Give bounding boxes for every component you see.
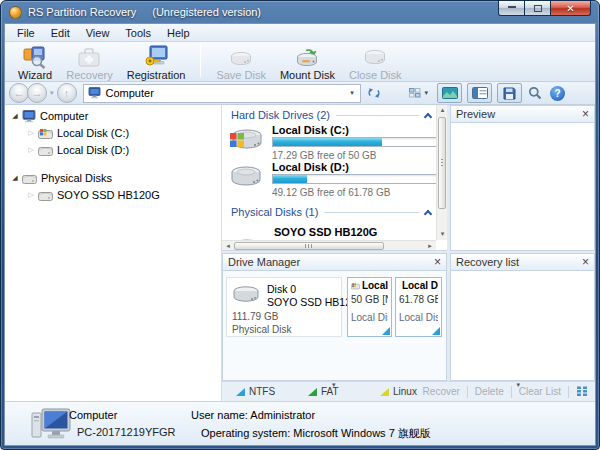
scroll-right-arrow[interactable]: ▸ [424, 241, 436, 251]
legend-fat: FAT [308, 386, 339, 397]
partition-d-card[interactable]: Local D 61.78 GB [ Local Disk [395, 277, 442, 337]
section-divider [336, 115, 419, 116]
tree-item-physical-disks[interactable]: ◢ Physical Disks [9, 170, 112, 186]
physical-section-header: Physical Disks (1) [231, 206, 431, 218]
disk-c-icon [38, 128, 53, 139]
maximize-icon [534, 5, 542, 12]
close-window-button[interactable]: ✕ [551, 1, 591, 16]
fat-triangle-icon [308, 388, 317, 396]
help-button[interactable]: ? [550, 86, 565, 101]
recovery-button[interactable]: Recovery [59, 43, 119, 82]
scroll-up-arrow[interactable]: ▴ [437, 105, 447, 116]
preview-title: Preview [456, 108, 495, 120]
minimize-icon [508, 5, 516, 8]
physical-section-title: Physical Disks (1) [231, 206, 318, 218]
tree-label-physical-disks[interactable]: Physical Disks [41, 172, 112, 184]
app-icon [9, 6, 22, 19]
close-panel-icon[interactable]: × [582, 109, 589, 119]
clear-list-button[interactable]: Clear List [519, 386, 561, 397]
tree-label-soyo-ssd[interactable]: SOYO SSD HB120G [57, 189, 160, 201]
registration-label: Registration [127, 69, 186, 81]
delete-button[interactable]: Delete [475, 386, 504, 397]
drive-d-capacity-bar [272, 174, 442, 184]
collapse-chevron-icon[interactable] [424, 112, 432, 120]
title-bar[interactable]: RS Partition Recovery (Unregistered vers… [1, 1, 599, 23]
tree-label-disk-d[interactable]: Local Disk (D:) [57, 144, 129, 156]
history-dropdown-icon[interactable]: ▾ [50, 89, 54, 97]
back-button[interactable]: ← [9, 83, 29, 103]
registration-button[interactable]: Registration [120, 43, 193, 82]
drive-manager-title: Drive Manager [228, 256, 300, 268]
collapse-chevron-icon[interactable] [424, 209, 432, 217]
window-title-unregistered: (Unregistered version) [152, 6, 261, 18]
physical-drive-name[interactable]: SOYO SSD HB120G [274, 226, 377, 238]
close-disk-button[interactable]: Close Disk [342, 43, 409, 82]
linux-triangle-icon [380, 388, 389, 396]
tree-label-computer[interactable]: Computer [40, 110, 88, 122]
save-disk-button[interactable]: Save Disk [209, 43, 273, 82]
wizard-button[interactable]: Wizard [11, 43, 59, 82]
status-bar: Computer PC-20171219YFGR User name: Admi… [5, 401, 595, 445]
search-button[interactable] [528, 86, 542, 100]
computer-icon [88, 87, 101, 99]
expanded-arrow-icon[interactable]: ◢ [9, 174, 21, 182]
refresh-icon [367, 86, 381, 100]
menu-view[interactable]: View [78, 26, 118, 40]
partition-c-card[interactable]: Local 50 GB [N Local Disk [347, 277, 392, 337]
menu-edit[interactable]: Edit [43, 26, 78, 40]
ntfs-triangle-icon [236, 388, 245, 396]
panels-icon [472, 87, 488, 99]
legend-linux-label: Linux [393, 386, 417, 397]
tree-item-soyo-ssd[interactable]: ▷ SOYO SSD HB120G [25, 187, 160, 203]
maximize-button[interactable] [525, 1, 551, 16]
expanded-arrow-icon[interactable]: ◢ [9, 112, 21, 120]
save-view-toggle-button[interactable] [497, 83, 522, 103]
operating-system: Operating system: Microsoft Windows 7 旗舰… [201, 426, 431, 441]
disk0-card[interactable]: Disk 0 SOYO SSD HB120G 111.79 GB Physica… [226, 277, 342, 337]
minimize-button[interactable] [498, 1, 525, 16]
physical-disks-icon [22, 173, 37, 184]
recover-button[interactable]: Recover [423, 386, 460, 397]
tree-item-computer[interactable]: ◢ Computer [9, 108, 88, 124]
drive-d-capacity-fill [273, 175, 307, 183]
list-view-icon[interactable] [576, 386, 589, 397]
menu-bar: File Edit View Tools Help [5, 24, 595, 42]
forward-button[interactable]: → [27, 83, 47, 103]
menu-help[interactable]: Help [159, 26, 198, 40]
menu-file[interactable]: File [9, 26, 43, 40]
computer-status-icon [31, 407, 71, 441]
views-button[interactable]: ▾ [405, 85, 433, 101]
tree-item-disk-c[interactable]: ▷ Local Disk (C:) [25, 125, 129, 141]
drive-manager-header: Drive Manager × [222, 253, 447, 271]
collapsed-arrow-icon[interactable]: ▷ [25, 146, 37, 154]
panels-area: Hard Disk Drives (2) [222, 105, 595, 381]
disk-c-large-icon[interactable] [228, 125, 264, 153]
close-panel-icon[interactable]: × [582, 257, 589, 267]
menu-tools[interactable]: Tools [117, 26, 159, 40]
close-panel-icon[interactable]: × [434, 257, 441, 267]
scroll-left-arrow[interactable]: ◂ [222, 241, 234, 251]
panels-toggle-button[interactable] [467, 83, 492, 103]
vertical-scroll-thumb[interactable] [438, 117, 446, 209]
tree-item-disk-d[interactable]: ▷ Local Disk (D:) [25, 142, 129, 158]
thumb-grip [305, 244, 312, 248]
content-area: ◢ Computer ▷ Local Disk (C:) ▷ [5, 105, 595, 401]
vertical-scrollbar[interactable]: ▴ ▾ [436, 105, 447, 240]
collapsed-arrow-icon[interactable]: ▷ [25, 129, 37, 137]
legend-fat-label: FAT [321, 386, 339, 397]
location-combo[interactable]: Computer ▾ [83, 84, 361, 103]
scroll-down-arrow[interactable]: ▾ [437, 229, 447, 240]
mount-disk-button[interactable]: Mount Disk [273, 43, 342, 82]
preview-toggle-button[interactable] [437, 83, 462, 103]
drive-c-name[interactable]: Local Disk (C:) [272, 124, 349, 136]
tree-label-disk-c[interactable]: Local Disk (C:) [57, 127, 129, 139]
disk-d-large-icon[interactable] [228, 162, 264, 190]
up-button[interactable]: ↑ [57, 83, 77, 103]
drive-d-name[interactable]: Local Disk (D:) [272, 161, 349, 173]
refresh-button[interactable] [367, 86, 381, 100]
horizontal-scroll-thumb[interactable] [234, 242, 384, 250]
thumb-grip [441, 159, 443, 166]
horizontal-scrollbar[interactable]: ◂ ▸ [222, 240, 436, 250]
location-dropdown-icon[interactable]: ▾ [345, 85, 360, 102]
collapsed-arrow-icon[interactable]: ▷ [25, 191, 37, 199]
